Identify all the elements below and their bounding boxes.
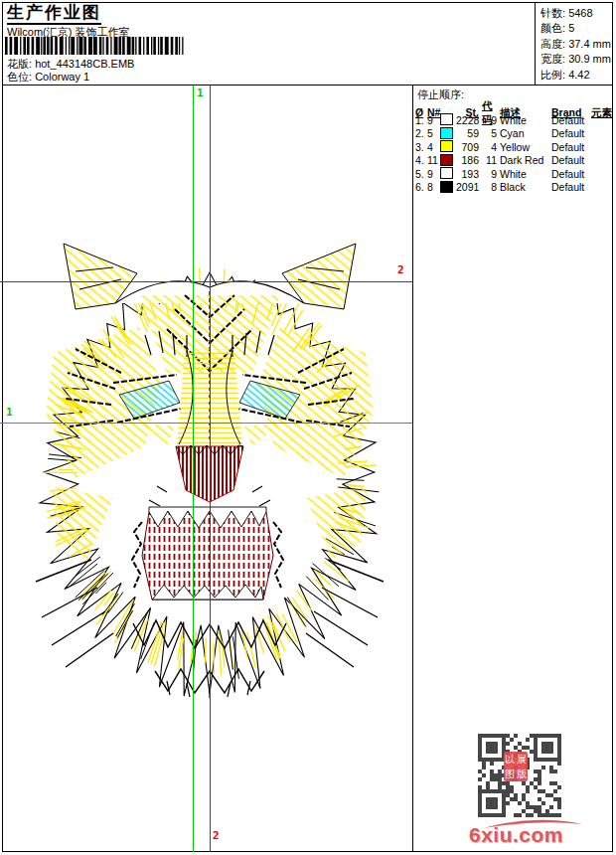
barcode xyxy=(5,37,190,55)
table-row: 3. 4 709 4 Yellow Default xyxy=(415,140,615,154)
row-code: 11 xyxy=(482,154,500,168)
row-stitches: 186 xyxy=(456,154,482,168)
guide-vline-start xyxy=(193,86,194,852)
row-code: 5 xyxy=(482,127,500,141)
logo-text: 6xiu.com xyxy=(469,823,563,847)
marker-end-right: 2 xyxy=(397,264,404,275)
row-description: Yellow xyxy=(500,141,551,155)
guide-hline-end xyxy=(0,281,412,282)
row-swatch xyxy=(440,127,456,142)
scale-line: 比例: 4.42 xyxy=(540,68,611,83)
production-worksheet: 生产作业图 Wilcom(汇京) 装饰工作室 花版: hot_443148CB.… xyxy=(0,0,616,855)
row-needle: 11 xyxy=(427,154,440,168)
table-row: 2. 5 59 5 Cyan Default xyxy=(415,127,615,141)
row-stitches: 193 xyxy=(456,168,482,182)
thread-color-swatch xyxy=(440,113,453,125)
table-row: 6. 8 2091 8 Black Default xyxy=(415,181,615,195)
row-swatch xyxy=(440,140,456,155)
stop-sequence-header: Ø N# St. 代码 描述 Brand 元素 xyxy=(415,99,615,113)
colorway-value: Colorway 1 xyxy=(35,71,89,83)
row-description: White xyxy=(500,114,551,128)
row-swatch xyxy=(440,167,456,182)
row-seq: 1. xyxy=(415,114,427,128)
panel-divider xyxy=(412,86,413,851)
thread-color-swatch xyxy=(440,154,453,166)
guide-vline-end xyxy=(210,86,211,852)
thread-color-swatch xyxy=(440,127,453,139)
row-seq: 6. xyxy=(415,181,427,195)
marker-end-bottom: 2 xyxy=(213,830,220,841)
table-row: 5. 9 193 9 White Default xyxy=(415,167,615,181)
row-stitches: 59 xyxy=(456,127,482,141)
row-swatch xyxy=(440,154,456,169)
marker-start-top: 1 xyxy=(197,87,204,98)
6xiu-logo: 6xiu.com xyxy=(465,817,594,851)
thread-color-swatch xyxy=(440,181,453,193)
stop-sequence-table: 1. 9 2228 9 White Default 2. 5 59 5 Cyan… xyxy=(415,113,615,195)
row-seq: 5. xyxy=(415,168,427,182)
row-description: Dark Red xyxy=(500,154,551,168)
row-brand: Default xyxy=(551,141,591,155)
row-brand: Default xyxy=(551,127,591,141)
row-code: 4 xyxy=(482,141,500,155)
row-description: Black xyxy=(500,181,551,195)
thread-color-swatch xyxy=(440,167,453,179)
row-description: Cyan xyxy=(500,127,551,141)
row-brand: Default xyxy=(551,114,591,128)
row-swatch xyxy=(440,181,456,196)
width-line: 宽度: 30.9 mm xyxy=(540,52,611,67)
row-seq: 2. xyxy=(415,127,427,141)
table-row: 1. 9 2228 9 White Default xyxy=(415,113,615,127)
colorway-line: 色位: Colorway 1 xyxy=(7,70,89,85)
mouth xyxy=(142,512,273,599)
row-brand: Default xyxy=(551,168,591,182)
colorway-label: 色位: xyxy=(7,71,32,83)
row-brand: Default xyxy=(551,154,591,168)
header-bottom-divider xyxy=(3,85,612,86)
pattern-value: hot_443148CB.EMB xyxy=(35,58,134,70)
height-line: 高度: 37.4 mm xyxy=(540,37,611,52)
row-seq: 3. xyxy=(415,141,427,155)
page-title: 生产作业图 xyxy=(7,4,101,25)
row-code: 9 xyxy=(482,168,500,182)
row-code: 9 xyxy=(482,114,500,128)
row-brand: Default xyxy=(551,181,591,195)
red-stamp: 以展图版 xyxy=(504,752,528,781)
color-count-line: 颜色: 5 xyxy=(540,21,611,36)
row-needle: 9 xyxy=(427,114,440,128)
marker-start-left: 1 xyxy=(6,407,13,418)
row-needle: 9 xyxy=(427,168,440,182)
row-stitches: 2228 xyxy=(456,114,482,128)
row-swatch xyxy=(440,113,456,128)
table-row: 4. 11 186 11 Dark Red Default xyxy=(415,154,615,168)
row-seq: 4. xyxy=(415,154,427,168)
stitch-count-line: 针数: 5468 xyxy=(540,6,611,21)
row-needle: 4 xyxy=(427,141,440,155)
guide-hline-start xyxy=(0,423,412,424)
row-stitches: 2091 xyxy=(456,181,482,195)
row-code: 8 xyxy=(482,181,500,195)
row-needle: 8 xyxy=(427,181,440,195)
row-needle: 5 xyxy=(427,127,440,141)
row-description: White xyxy=(500,168,551,182)
pattern-label: 花版: xyxy=(7,58,32,70)
row-stitches: 709 xyxy=(456,141,482,155)
thread-color-swatch xyxy=(440,140,453,152)
header-divider xyxy=(535,3,536,85)
design-stats: 针数: 5468 颜色: 5 高度: 37.4 mm 宽度: 30.9 mm 比… xyxy=(540,6,611,83)
